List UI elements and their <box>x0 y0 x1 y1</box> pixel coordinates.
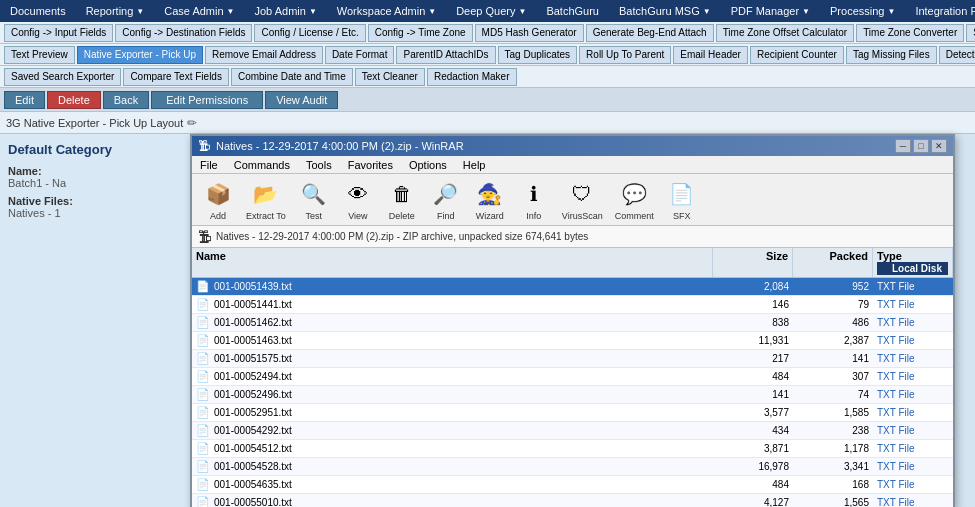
menu-processing[interactable]: Processing ▼ <box>820 3 905 19</box>
menu-deep-query[interactable]: Deep Query ▼ <box>446 3 536 19</box>
sfx-icon: 📄 <box>666 178 698 210</box>
menu-pdf-manager[interactable]: PDF Manager ▼ <box>721 3 820 19</box>
menu-reporting[interactable]: Reporting ▼ <box>76 3 155 19</box>
btn-config-dest-fields[interactable]: Config -> Destination Fields <box>115 24 252 42</box>
btn-parentid-attachids[interactable]: ParentID AttachIDs <box>396 46 495 64</box>
wr-menu-help[interactable]: Help <box>455 156 494 173</box>
btn-remove-email-address[interactable]: Remove Email Address <box>205 46 323 64</box>
col-header-name[interactable]: Name <box>192 248 713 277</box>
table-row[interactable]: 📄 001-00052951.txt 3,577 1,585 TXT File <box>192 404 953 422</box>
wr-tool-virusscan-label: VirusScan <box>562 211 603 221</box>
wr-tool-test[interactable]: 🔍 Test <box>292 176 336 223</box>
file-type: TXT File <box>873 299 953 310</box>
table-row[interactable]: 📄 001-00052494.txt 484 307 TXT File <box>192 368 953 386</box>
wr-tool-test-label: Test <box>306 211 323 221</box>
btn-config-input-fields[interactable]: Config -> Input Fields <box>4 24 113 42</box>
table-row[interactable]: 📄 001-00052496.txt 141 74 TXT File <box>192 386 953 404</box>
wr-tool-info[interactable]: ℹ Info <box>512 176 556 223</box>
table-row[interactable]: 📄 001-00055010.txt 4,127 1,565 TXT File <box>192 494 953 507</box>
btn-date-format[interactable]: Date Format <box>325 46 395 64</box>
file-packed: 168 <box>793 479 873 490</box>
btn-config-license[interactable]: Config / License / Etc. <box>254 24 365 42</box>
btn-roll-up-parent[interactable]: Roll Up To Parent <box>579 46 671 64</box>
btn-tag-missing-files[interactable]: Tag Missing Files <box>846 46 937 64</box>
winrar-path-text: Natives - 12-29-2017 4:00:00 PM (2).zip … <box>216 231 588 242</box>
table-row[interactable]: 📄 001-00051462.txt 838 486 TXT File <box>192 314 953 332</box>
table-row[interactable]: 📄 001-00051439.txt 2,084 952 TXT File <box>192 278 953 296</box>
col-header-size[interactable]: Size <box>713 248 793 277</box>
btn-detect-cutoff-images[interactable]: Detect Cutoff Images <box>939 46 975 64</box>
wr-tool-view-label: View <box>348 211 367 221</box>
main-content: Default Category Name: Batch1 - Na Nativ… <box>0 134 975 507</box>
btn-text-preview[interactable]: Text Preview <box>4 46 75 64</box>
table-row[interactable]: 📄 001-00054292.txt 434 238 TXT File <box>192 422 953 440</box>
wr-menu-commands[interactable]: Commands <box>226 156 298 173</box>
file-type: TXT File <box>873 425 953 436</box>
menu-batchguru-msg[interactable]: BatchGuru MSG ▼ <box>609 3 721 19</box>
panel-title: Default Category <box>8 142 191 157</box>
winrar-maximize-button[interactable]: □ <box>913 139 929 153</box>
btn-generate-beg-end[interactable]: Generate Beg-End Attach <box>586 24 714 42</box>
btn-config-timezone[interactable]: Config -> Time Zone <box>368 24 473 42</box>
btn-delete[interactable]: Delete <box>47 91 101 109</box>
wr-tool-find[interactable]: 🔎 Find <box>424 176 468 223</box>
btn-recipient-counter[interactable]: Recipient Counter <box>750 46 844 64</box>
btn-edit-permissions[interactable]: Edit Permissions <box>151 91 263 109</box>
col-header-packed[interactable]: Packed <box>793 248 873 277</box>
wr-menu-tools[interactable]: Tools <box>298 156 340 173</box>
info-icon: ℹ <box>518 178 550 210</box>
menu-case-admin[interactable]: Case Admin ▼ <box>154 3 244 19</box>
btn-sort-d[interactable]: Sort D <box>966 24 975 42</box>
table-row[interactable]: 📄 001-00054528.txt 16,978 3,341 TXT File <box>192 458 953 476</box>
btn-view-audit[interactable]: View Audit <box>265 91 338 109</box>
file-icon: 📄 <box>196 496 210 507</box>
winrar-minimize-button[interactable]: ─ <box>895 139 911 153</box>
btn-tz-converter[interactable]: Time Zone Converter <box>856 24 964 42</box>
wr-tool-delete[interactable]: 🗑 Delete <box>380 176 424 223</box>
path-icon: 🗜 <box>198 229 212 245</box>
menu-integration-points[interactable]: Integration Points ▼ <box>905 3 975 19</box>
btn-redaction-maker[interactable]: Redaction Maker <box>427 68 517 86</box>
menu-batchguru[interactable]: BatchGuru <box>536 3 609 19</box>
btn-native-exporter-pickup[interactable]: Native Exporter - Pick Up <box>77 46 203 64</box>
btn-combine-date-time[interactable]: Combine Date and Time <box>231 68 353 86</box>
table-row[interactable]: 📄 001-00051575.txt 217 141 TXT File <box>192 350 953 368</box>
btn-tag-duplicates[interactable]: Tag Duplicates <box>498 46 578 64</box>
wr-menu-favorites[interactable]: Favorites <box>340 156 401 173</box>
table-row[interactable]: 📄 001-00051463.txt 11,931 2,387 TXT File <box>192 332 953 350</box>
winrar-filelist[interactable]: Name Size Packed Type Local Disk 📄 001-0… <box>192 248 953 507</box>
wr-tool-info-label: Info <box>526 211 541 221</box>
winrar-app-icon: 🗜 <box>198 139 210 153</box>
wr-tool-virusscan[interactable]: 🛡 VirusScan <box>556 176 609 223</box>
btn-md5-hash[interactable]: MD5 Hash Generator <box>475 24 584 42</box>
file-size: 4,127 <box>713 497 793 507</box>
file-type: TXT File <box>873 461 953 472</box>
wr-tool-comment[interactable]: 💬 Comment <box>609 176 660 223</box>
btn-email-header[interactable]: Email Header <box>673 46 748 64</box>
col-header-type[interactable]: Type Local Disk <box>873 248 953 277</box>
btn-compare-text-fields[interactable]: Compare Text Fields <box>123 68 229 86</box>
winrar-controls: ─ □ ✕ <box>895 139 947 153</box>
wr-tool-view[interactable]: 👁 View <box>336 176 380 223</box>
edit-icon[interactable]: ✏ <box>187 116 197 130</box>
wr-tool-extract[interactable]: 📂 Extract To <box>240 176 292 223</box>
table-row[interactable]: 📄 001-00054512.txt 3,871 1,178 TXT File <box>192 440 953 458</box>
btn-tz-offset-calc[interactable]: Time Zone Offset Calculator <box>716 24 855 42</box>
btn-edit[interactable]: Edit <box>4 91 45 109</box>
wr-menu-options[interactable]: Options <box>401 156 455 173</box>
btn-text-cleaner[interactable]: Text Cleaner <box>355 68 425 86</box>
wr-tool-find-label: Find <box>437 211 455 221</box>
wr-menu-file[interactable]: File <box>192 156 226 173</box>
menu-documents[interactable]: Documents <box>0 3 76 19</box>
btn-back[interactable]: Back <box>103 91 149 109</box>
table-row[interactable]: 📄 001-00054635.txt 484 168 TXT File <box>192 476 953 494</box>
wr-tool-wizard[interactable]: 🧙 Wizard <box>468 176 512 223</box>
btn-saved-search-exporter[interactable]: Saved Search Exporter <box>4 68 121 86</box>
wr-tool-sfx[interactable]: 📄 SFX <box>660 176 704 223</box>
menu-workspace-admin[interactable]: Workspace Admin ▼ <box>327 3 446 19</box>
wr-tool-add[interactable]: 📦 Add <box>196 176 240 223</box>
table-row[interactable]: 📄 001-00051441.txt 146 79 TXT File <box>192 296 953 314</box>
winrar-close-button[interactable]: ✕ <box>931 139 947 153</box>
winrar-title: Natives - 12-29-2017 4:00:00 PM (2).zip … <box>216 140 889 152</box>
menu-job-admin[interactable]: Job Admin ▼ <box>245 3 327 19</box>
